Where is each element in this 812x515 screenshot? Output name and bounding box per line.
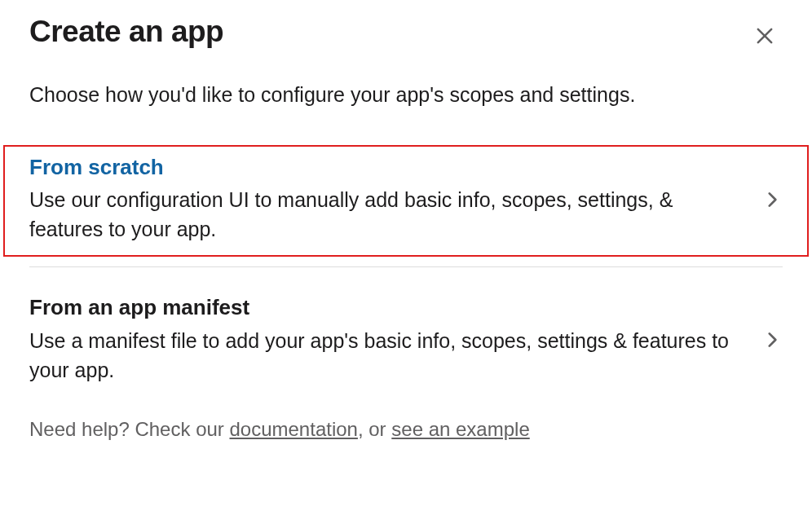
- close-button[interactable]: [747, 18, 783, 54]
- documentation-link[interactable]: documentation: [229, 418, 357, 440]
- option-text: From scratch Use our configuration UI to…: [29, 155, 745, 244]
- options-list: From scratch Use our configuration UI to…: [0, 145, 812, 398]
- option-text: From an app manifest Use a manifest file…: [29, 295, 745, 385]
- option-from-manifest[interactable]: From an app manifest Use a manifest file…: [0, 285, 812, 398]
- option-title: From scratch: [29, 155, 745, 180]
- option-description: Use our configuration UI to manually add…: [29, 185, 745, 244]
- option-content: From scratch Use our configuration UI to…: [29, 155, 783, 244]
- modal-header: Create an app: [0, 0, 812, 54]
- example-link[interactable]: see an example: [391, 418, 529, 440]
- chevron-right-icon: [761, 329, 783, 350]
- option-description: Use a manifest file to add your app's ba…: [29, 326, 745, 385]
- modal-subtitle: Choose how you'd like to configure your …: [0, 54, 812, 109]
- close-icon: [753, 24, 776, 47]
- divider: [29, 266, 783, 267]
- option-content: From an app manifest Use a manifest file…: [29, 295, 783, 385]
- option-title: From an app manifest: [29, 295, 745, 320]
- footer-middle: , or: [358, 418, 391, 440]
- footer-prefix: Need help? Check our: [29, 418, 229, 440]
- option-from-scratch[interactable]: From scratch Use our configuration UI to…: [3, 145, 809, 258]
- modal-title: Create an app: [29, 15, 223, 49]
- help-footer: Need help? Check our documentation, or s…: [0, 398, 812, 443]
- chevron-right-icon: [761, 189, 783, 210]
